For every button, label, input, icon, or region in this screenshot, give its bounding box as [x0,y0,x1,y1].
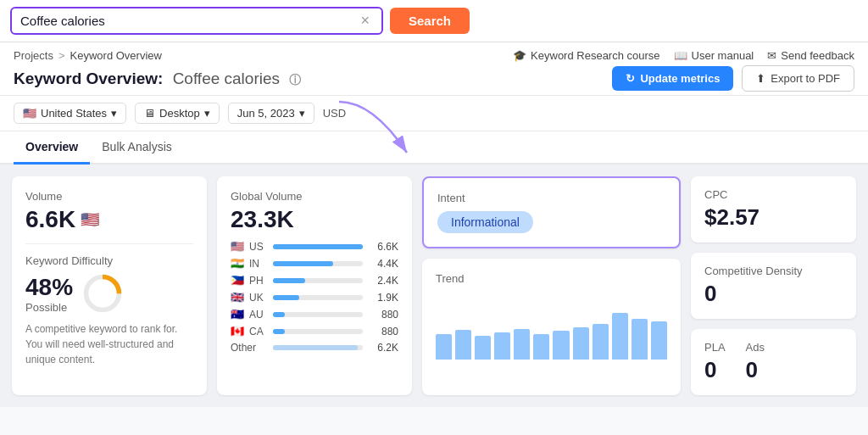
pla-label: PLA [704,341,726,354]
intent-card: Intent Informational [422,176,681,248]
chevron-down-icon: ▾ [111,107,117,120]
flag-ca-icon: 🇨🇦 [231,325,244,337]
country-filter[interactable]: 🇺🇸 United States ▾ [14,103,126,124]
tab-bulk-analysis[interactable]: Bulk Analysis [90,131,183,165]
export-button[interactable]: ⬆ Export to PDF [742,65,854,92]
kd-value: 48% [25,274,73,301]
trend-card: Trend [422,259,681,395]
global-volume-label: Global Volume [231,190,398,203]
filters-row: 🇺🇸 United States ▾ 🖥 Desktop ▾ Jun 5, 20… [0,96,868,131]
flag-ph-icon: 🇵🇭 [231,274,244,287]
middle-column: Intent Informational Trend [422,176,681,395]
top-bar: × Search [0,0,868,42]
competitive-density-label: Competitive Density [704,265,843,277]
pla-ads-card: PLA 0 Ads 0 [691,329,856,395]
country-val-other: 6.2K [368,342,398,354]
country-row-other: Other 6.2K [231,342,398,354]
kd-row: 48% Possible [25,272,193,315]
date-filter[interactable]: Jun 5, 2023 ▾ [228,103,314,124]
country-val-ca: 880 [368,326,398,337]
book-icon: 📖 [674,49,687,62]
breadcrumb-current: Keyword Overview [70,49,162,62]
country-val-ph: 2.4K [368,275,398,287]
intent-badge: Informational [437,211,533,233]
upload-icon: ⬆ [756,72,765,85]
refresh-icon: ↻ [626,72,635,85]
country-code-us: US [249,241,268,253]
ads-value: 0 [746,357,765,383]
global-volume-value: 23.3K [231,206,398,233]
kd-label: Keyword Difficulty [25,254,193,267]
tab-overview[interactable]: Overview [14,131,90,165]
search-input[interactable] [20,14,357,28]
info-icon[interactable]: ⓘ [289,73,301,86]
currency-label: USD [323,107,346,120]
other-label: Other [231,342,268,354]
breadcrumb-projects[interactable]: Projects [14,49,53,62]
cpc-label: CPC [704,188,843,201]
donut-chart [81,272,124,315]
country-row-ph: 🇵🇭 PH 2.4K [231,274,398,287]
country-row-au: 🇦🇺 AU 880 [231,308,398,321]
search-wrapper: × [10,7,383,35]
trend-label: Trend [436,272,667,285]
country-row-us: 🇺🇸 US 6.6K [231,240,398,253]
country-code-au: AU [249,309,268,321]
competitive-density-value: 0 [704,281,843,307]
volume-kd-card: Volume 6.6K 🇺🇸 Keyword Difficulty 48% Po… [12,176,207,395]
kd-desc: A competitive keyword to rank for. You w… [25,321,193,367]
global-volume-card: Global Volume 23.3K 🇺🇸 US 6.6K 🇮🇳 IN 4.4… [217,176,412,395]
search-button[interactable]: Search [390,8,470,34]
page-title: Keyword Overview: Coffee calories ⓘ [14,70,301,88]
country-code-ph: PH [249,275,268,287]
feedback-link[interactable]: ✉ Send feedback [767,49,854,62]
country-code-in: IN [249,258,268,270]
main-content: Volume 6.6K 🇺🇸 Keyword Difficulty 48% Po… [0,165,868,407]
cpc-card: CPC $2.57 [691,176,856,243]
clear-button[interactable]: × [357,12,373,30]
volume-label: Volume [25,190,193,203]
flag-in-icon: 🇮🇳 [231,257,244,270]
country-code-ca: CA [249,326,268,337]
trend-bars [436,292,667,360]
country-val-au: 880 [368,309,398,321]
breadcrumb-separator: > [58,49,65,62]
pla-value: 0 [704,357,726,383]
kd-sublabel: Possible [25,301,73,314]
cpc-value: $2.57 [704,204,843,231]
envelope-icon: ✉ [767,49,776,62]
course-link[interactable]: 🎓 Keyword Research course [513,49,659,62]
country-val-us: 6.6K [368,241,398,253]
country-row-in: 🇮🇳 IN 4.4K [231,257,398,270]
competitive-density-card: Competitive Density 0 [691,253,856,319]
flag-au-icon: 🇦🇺 [231,308,244,321]
tabs-row: Overview Bulk Analysis [0,131,868,165]
intent-label: Intent [437,192,665,204]
monitor-icon: 🖥 [144,107,155,120]
device-filter[interactable]: 🖥 Desktop ▾ [135,103,220,124]
chevron-down-icon-2: ▾ [204,107,210,120]
flag-us-icon-2: 🇺🇸 [81,210,99,229]
country-code-uk: UK [249,292,268,304]
update-metrics-button[interactable]: ↻ Update metrics [612,66,733,91]
country-row-uk: 🇬🇧 UK 1.9K [231,291,398,304]
header: Projects > Keyword Overview 🎓 Keyword Re… [0,42,868,96]
header-actions: 🎓 Keyword Research course 📖 User manual … [513,49,854,62]
country-val-in: 4.4K [368,258,398,270]
country-val-uk: 1.9K [368,292,398,304]
mortarboard-icon: 🎓 [513,49,526,62]
ads-label: Ads [746,341,765,354]
flag-us-icon-3: 🇺🇸 [231,240,244,253]
breadcrumb: Projects > Keyword Overview [14,49,162,62]
country-list: 🇺🇸 US 6.6K 🇮🇳 IN 4.4K 🇵🇭 PH 2.4K 🇬🇧 UK [231,240,398,354]
flag-uk-icon: 🇬🇧 [231,291,244,304]
volume-value: 6.6K 🇺🇸 [25,206,193,233]
right-column: CPC $2.57 Competitive Density 0 PLA 0 Ad… [691,176,856,395]
header-buttons: ↻ Update metrics ⬆ Export to PDF [612,65,854,92]
country-row-ca: 🇨🇦 CA 880 [231,325,398,337]
manual-link[interactable]: 📖 User manual [674,49,754,62]
flag-us-icon: 🇺🇸 [23,107,36,120]
chevron-down-icon-3: ▾ [299,107,305,120]
